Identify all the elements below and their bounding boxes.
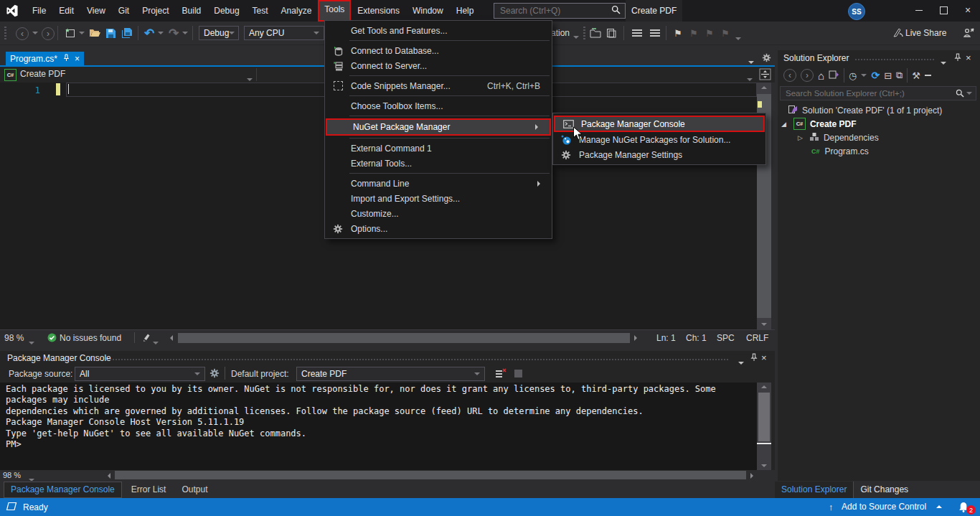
source-control-dropdown[interactable] [936,505,942,508]
breadcrumb-member-dropdown[interactable] [747,73,753,83]
menu-project[interactable]: Project [136,1,175,20]
search-icon[interactable] [611,5,621,17]
clear-console-icon[interactable] [495,368,507,380]
console-prompt[interactable]: PM> [6,439,757,450]
home-icon[interactable]: ⌂ [818,70,824,82]
new-project-icon[interactable] [63,22,77,44]
account-avatar[interactable]: SS [848,3,865,20]
menu-item-choose-toolbox-items[interactable]: Choose Toolbox Items... [325,98,552,113]
live-share-icon[interactable] [892,22,905,44]
switch-views-icon[interactable] [829,70,839,82]
close-panel-icon[interactable]: × [966,52,971,63]
preview-selected-icon[interactable]: ⧉ [896,70,903,81]
menu-build[interactable]: Build [176,1,208,20]
menu-file[interactable]: File [26,1,52,20]
save-all-icon[interactable] [120,22,134,44]
submenu-item-package-manager-settings[interactable]: Package Manager Settings [553,147,765,162]
tree-item-program-file[interactable]: C# Program.cs [778,144,980,158]
menu-analyze[interactable]: Analyze [275,1,319,20]
add-to-source-control-button[interactable]: Add to Source Control [842,502,926,512]
solution-configuration-dropdown[interactable]: Debug [199,26,239,40]
new-folder-icon[interactable] [588,22,603,44]
tab-git-changes[interactable]: Git Changes [854,482,915,497]
breadcrumb-project[interactable]: Create PDF [20,69,65,79]
menu-item-external-command-1[interactable]: External Command 1 [325,141,552,156]
filter-dropdown[interactable] [861,74,867,77]
menu-extensions[interactable]: Extensions [351,1,406,20]
submenu-item-manage-nuget-packages[interactable]: Manage NuGet Packages for Solution... [553,132,765,147]
menu-item-import-export-settings[interactable]: Import and Export Settings... [325,191,552,206]
h-scroll-left-arrow[interactable] [108,473,110,479]
menu-item-connect-to-database[interactable]: Connect to Database... [325,43,552,58]
breadcrumb-project-dropdown[interactable] [247,73,253,83]
menu-git[interactable]: Git [112,1,136,20]
scroll-up-arrow[interactable] [761,86,767,89]
menu-item-nuget-package-manager[interactable]: NuGet Package Manager [326,118,551,136]
scrollbar-thumb[interactable] [758,393,770,441]
tab-error-list[interactable]: Error List [125,482,173,497]
minimize-button[interactable] [907,0,931,20]
tab-options-gear-icon[interactable] [762,53,771,65]
tree-item-project[interactable]: ◢ C# Create PDF [778,117,980,131]
undo-icon[interactable]: ↶ [143,22,156,44]
panel-drag-grip[interactable] [108,359,728,360]
navigate-forward-icon[interactable]: › [42,27,55,40]
pmc-console-output[interactable]: Each package is licensed to you by its o… [0,383,757,470]
background-tasks-icon[interactable] [6,502,17,513]
scroll-up-arrow[interactable] [761,385,767,388]
h-scroll-right-arrow[interactable] [750,473,753,479]
h-scroll-left-arrow[interactable] [170,335,173,341]
search-input[interactable] [499,5,595,17]
close-panel-icon[interactable]: × [761,352,767,363]
solution-search-input[interactable] [784,88,941,98]
solution-explorer-search-box[interactable] [780,86,976,100]
toolbar-overflow-dropdown[interactable] [735,27,742,50]
decrease-indent-icon[interactable] [629,22,645,44]
open-file-icon[interactable] [88,22,102,44]
menu-test[interactable]: Test [246,1,275,20]
tree-item-dependencies[interactable]: ▷ Dependencies [778,131,980,144]
pmc-vertical-scrollbar[interactable] [757,383,771,470]
menu-edit[interactable]: Edit [52,1,80,20]
pending-changes-filter-icon[interactable]: ◷ [849,70,857,81]
scroll-down-arrow[interactable] [761,464,767,467]
menu-window[interactable]: Window [406,1,450,20]
spaces-indicator[interactable]: SPC [717,333,735,343]
expanded-icon[interactable]: ◢ [781,121,786,128]
pin-panel-icon[interactable] [954,53,961,64]
panel-options-dropdown[interactable] [941,57,946,67]
collapsed-icon[interactable]: ▷ [798,134,803,141]
scroll-down-arrow[interactable] [761,323,767,326]
menu-view[interactable]: View [80,1,112,20]
column-indicator[interactable]: Ch: 1 [686,333,707,343]
navigate-back-icon[interactable]: ‹ [16,27,29,40]
pmc-zoom-level[interactable]: 98 % [3,471,21,479]
clear-bookmarks-icon[interactable]: ⚑ [719,22,732,44]
menu-item-external-tools[interactable]: External Tools... [325,156,552,171]
document-tab[interactable]: Program.cs* × [6,52,84,65]
menu-item-code-snippets-manager[interactable]: Code Snippets Manager... Ctrl+K, Ctrl+B [325,78,552,93]
quick-search-box[interactable] [494,3,626,19]
toggle-bookmark-icon[interactable]: ⚑ [672,22,684,44]
tab-solution-explorer[interactable]: Solution Explorer [775,482,854,498]
notification-count-badge[interactable]: 2 [966,505,976,515]
restore-button[interactable] [931,0,956,20]
tab-package-manager-console[interactable]: Package Manager Console [4,482,122,498]
line-ending-indicator[interactable]: CRLF [746,333,768,343]
h-scroll-right-arrow[interactable] [634,335,637,341]
toolbar-drag-grip[interactable] [583,22,586,44]
menu-item-options[interactable]: Options... [325,221,552,236]
close-tab-icon[interactable]: × [75,54,80,64]
menu-item-connect-to-server[interactable]: Connect to Server... [325,58,552,73]
refresh-icon[interactable]: ⟳ [871,70,880,81]
properties-wrench-icon[interactable]: ⚒ [912,70,920,81]
navigate-back-dropdown[interactable] [32,22,39,44]
split-editor-icon[interactable] [759,68,771,83]
tree-item-solution[interactable]: Solution 'Create PDF' (1 of 1 project) [778,103,980,117]
package-source-dropdown[interactable]: All [75,367,205,381]
collapse-all-icon[interactable]: ⊟ [884,70,892,81]
active-files-dropdown[interactable] [748,56,754,66]
line-indicator[interactable]: Ln: 1 [656,333,676,343]
increase-indent-icon[interactable] [647,22,663,44]
live-share-label[interactable]: Live Share [905,22,946,44]
